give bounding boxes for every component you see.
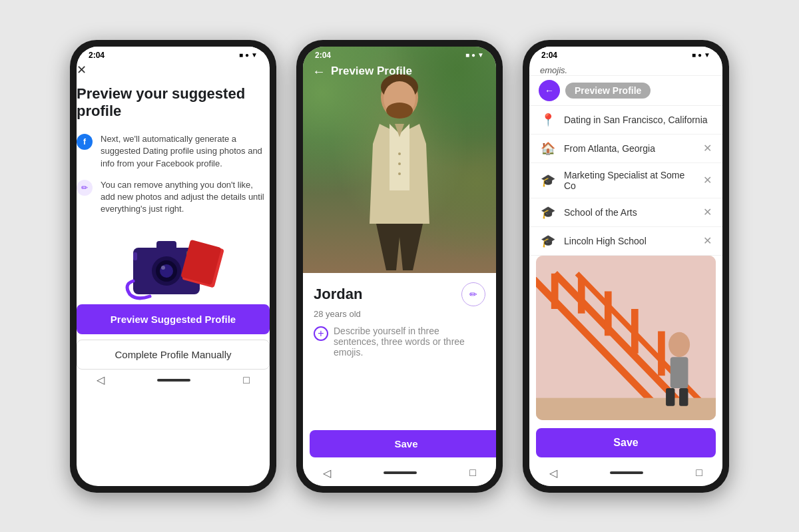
screen3-topbar: ← Preview Profile xyxy=(529,76,722,106)
phone-1: 2:04 ■ ● ▼ ✕ Preview your suggested prof… xyxy=(70,40,276,493)
school1-row: 🎓 School of the Arts ✕ xyxy=(529,198,722,227)
school2-row: 🎓 Lincoln High School ✕ xyxy=(529,227,722,256)
school2-icon: 🎓 xyxy=(540,234,556,248)
back-nav-3[interactable]: ◁ xyxy=(549,467,557,479)
profile-name: Jordan xyxy=(314,286,362,303)
svg-rect-30 xyxy=(666,388,674,405)
remove-school2-button[interactable]: ✕ xyxy=(703,234,712,247)
home-icon: 🏠 xyxy=(540,141,556,156)
location-text: Dating in San Francisco, California xyxy=(564,115,712,125)
back-button-2[interactable]: ← xyxy=(312,64,326,79)
top-text-area: emojis. xyxy=(529,63,722,76)
svg-rect-29 xyxy=(670,357,688,388)
status-bar-3: 2:04 ■ ● ▼ xyxy=(529,47,722,63)
screen2-title: Preview Profile xyxy=(331,65,412,78)
remove-school1-button[interactable]: ✕ xyxy=(703,206,712,218)
save-button-2[interactable]: Save xyxy=(310,430,496,457)
wifi-icon-3: ▼ xyxy=(704,51,710,59)
battery-icon-3: ■ xyxy=(692,51,696,59)
status-icons-1: ■ ● ▼ xyxy=(239,51,258,59)
job-text: Marketing Specialist at Some Co xyxy=(564,170,695,191)
home-indicator-2[interactable] xyxy=(384,471,417,474)
svg-point-16 xyxy=(398,172,401,175)
close-button[interactable]: ✕ xyxy=(77,63,270,77)
svg-point-4 xyxy=(161,266,165,270)
battery-icon-2: ■ xyxy=(465,51,469,59)
square-nav-2[interactable]: □ xyxy=(469,467,476,479)
back-nav-1[interactable]: ◁ xyxy=(97,374,105,386)
signal-icon-3: ● xyxy=(698,51,702,59)
home-indicator-1[interactable] xyxy=(157,379,190,382)
svg-rect-27 xyxy=(536,398,716,419)
work-icon: 🎓 xyxy=(540,173,556,188)
svg-rect-5 xyxy=(156,241,176,250)
bottom-nav-3: ◁ □ xyxy=(529,463,722,486)
screen1-title: Preview your suggested profile xyxy=(77,85,270,121)
status-icons-2: ■ ● ▼ xyxy=(465,51,484,59)
status-time-3: 2:04 xyxy=(541,51,557,60)
signal-icon-2: ● xyxy=(471,51,475,59)
profile-name-row: Jordan ✏ xyxy=(314,282,485,306)
edit-profile-button[interactable]: ✏ xyxy=(461,282,485,306)
top-text: emojis. xyxy=(540,65,567,75)
bottom-nav-2: ◁ □ xyxy=(303,463,496,486)
svg-point-14 xyxy=(398,152,401,155)
svg-point-13 xyxy=(386,103,413,119)
back-button-3[interactable]: ← xyxy=(539,80,560,101)
profile-info-area: Jordan ✏ 28 years old + Describe yoursel… xyxy=(303,273,496,430)
location-row: 📍 Dating in San Francisco, California xyxy=(529,106,722,134)
remove-from-button[interactable]: ✕ xyxy=(703,142,712,154)
profile-age: 28 years old xyxy=(314,309,485,319)
home-indicator-3[interactable] xyxy=(610,471,643,474)
info-text-2: You can remove anything you don't like, … xyxy=(101,179,270,216)
info-item-pencil: ✏ You can remove anything you don't like… xyxy=(77,179,270,216)
svg-rect-7 xyxy=(133,252,137,260)
pencil-icon: ✏ xyxy=(77,180,93,196)
screen1-content: ✕ Preview your suggested profile f Next,… xyxy=(77,63,270,370)
preview-suggested-profile-button[interactable]: Preview Suggested Profile xyxy=(77,304,270,334)
square-nav-1[interactable]: □ xyxy=(243,374,250,386)
svg-point-28 xyxy=(668,332,690,356)
status-icons-3: ■ ● ▼ xyxy=(692,51,710,59)
screen3-title: Preview Profile xyxy=(565,83,651,99)
svg-point-15 xyxy=(398,162,401,165)
school1-icon: 🎓 xyxy=(540,205,556,220)
add-bio-icon: + xyxy=(314,326,328,341)
status-bar-2: 2:04 ■ ● ▼ xyxy=(303,47,496,63)
status-bar-1: 2:04 ■ ● ▼ xyxy=(77,47,270,63)
save-button-3[interactable]: Save xyxy=(536,428,716,457)
camera-illustration xyxy=(77,224,270,304)
wifi-icon-2: ▼ xyxy=(477,51,484,59)
bottom-nav-1: ◁ □ xyxy=(77,370,270,393)
bio-placeholder-text: Describe yourself in three sentences, th… xyxy=(334,326,485,358)
info-text-1: Next, we'll automatically generate a sug… xyxy=(101,133,270,170)
battery-icon: ■ xyxy=(239,51,243,59)
staircase-bg xyxy=(536,256,716,420)
square-nav-3[interactable]: □ xyxy=(696,467,702,479)
back-arrow-icon: ← xyxy=(545,85,554,96)
school1-text: School of the Arts xyxy=(564,207,695,218)
back-nav-2[interactable]: ◁ xyxy=(323,467,331,479)
location-icon: 📍 xyxy=(540,113,556,127)
phone-2: 2:04 ■ ● ▼ ← Preview Profile xyxy=(296,40,503,493)
complete-profile-manually-button[interactable]: Complete Profile Manually xyxy=(77,340,270,370)
second-photo-area xyxy=(536,256,716,420)
profile-person xyxy=(356,57,443,273)
from-row: 🏠 From Atlanta, Georgia ✕ xyxy=(529,134,722,163)
phone-3: 2:04 ■ ● ▼ emojis. ← Preview Profile 📍 xyxy=(523,40,729,493)
wifi-icon: ▼ xyxy=(251,51,258,59)
school2-text: Lincoln High School xyxy=(564,236,695,246)
bio-input-area[interactable]: + Describe yourself in three sentences, … xyxy=(314,326,485,358)
facebook-icon: f xyxy=(77,134,93,150)
remove-job-button[interactable]: ✕ xyxy=(703,174,712,186)
status-time-1: 2:04 xyxy=(89,51,105,60)
job-row: 🎓 Marketing Specialist at Some Co ✕ xyxy=(529,163,722,198)
from-text: From Atlanta, Georgia xyxy=(564,143,695,154)
svg-rect-31 xyxy=(679,388,688,405)
status-time-2: 2:04 xyxy=(315,51,331,60)
signal-icon: ● xyxy=(245,51,249,59)
info-item-facebook: f Next, we'll automatically generate a s… xyxy=(77,133,270,170)
